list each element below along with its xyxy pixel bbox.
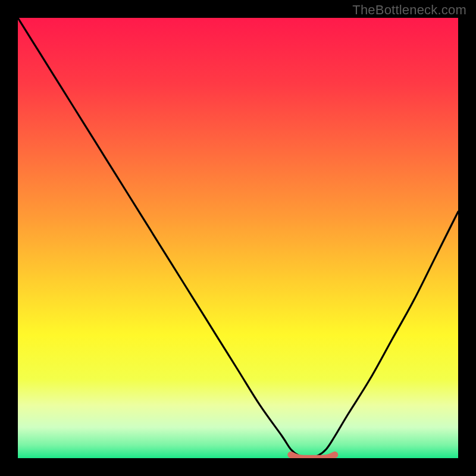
attribution-text: TheBottleneck.com: [352, 2, 466, 18]
plot-area: [18, 18, 458, 458]
chart-frame: TheBottleneck.com: [0, 0, 476, 476]
bottleneck-curve: [18, 18, 458, 458]
